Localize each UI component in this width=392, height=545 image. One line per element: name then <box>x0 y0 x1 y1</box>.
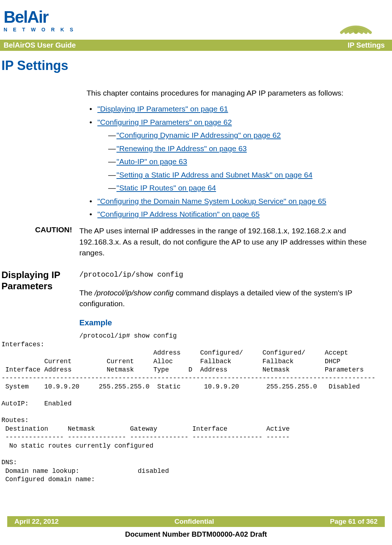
example-heading: Example <box>79 317 381 329</box>
brand-name: BelAir <box>4 7 75 27</box>
section-row: Displaying IP Parameters /protocol/ip/sh… <box>0 269 381 329</box>
section-body: /protocol/ip/show config The /protocol/i… <box>79 269 381 329</box>
toc-sublist: "Configuring Dynamic IP Addressing" on p… <box>97 130 378 193</box>
intro-text: This chapter contains procedures for man… <box>87 88 378 98</box>
chapter-title: IP Settings <box>0 58 392 73</box>
header-logo-row: BelAir N E T W O R K S <box>0 7 392 36</box>
footer-bar: April 22, 2012 Confidential Page 61 of 3… <box>7 516 385 527</box>
header-right: IP Settings <box>348 41 385 49</box>
header-left: BelAirOS User Guide <box>4 41 76 49</box>
header-bar: BelAirOS User Guide IP Settings <box>0 40 392 51</box>
toc-sublink-4[interactable]: "Setting a Static IP Address and Subnet … <box>116 171 312 179</box>
toc-sublink-5[interactable]: "Static IP Routes" on page 64 <box>116 184 216 192</box>
command-line: /protocol/ip/show config <box>79 269 381 280</box>
toc-sublink-1[interactable]: "Configuring Dynamic IP Addressing" on p… <box>116 131 281 139</box>
caution-block: CAUTION! The AP uses internal IP address… <box>0 225 381 258</box>
toc-link-2[interactable]: "Configuring IP Parameters" on page 62 <box>97 118 232 126</box>
wifi-icon <box>334 7 378 36</box>
toc-link-1[interactable]: "Displaying IP Parameters" on page 61 <box>97 105 228 113</box>
toc-sublink-3[interactable]: "Auto-IP" on page 63 <box>116 157 187 166</box>
brand-sub: N E T W O R K S <box>4 27 75 32</box>
footer-right: Page 61 of 362 <box>330 518 378 526</box>
caution-label: CAUTION! <box>0 225 79 234</box>
toc-link-4[interactable]: "Configuring IP Address Notification" on… <box>97 210 260 218</box>
document-page: BelAir N E T W O R K S BelAirOS User Gui… <box>0 0 392 545</box>
svg-point-0 <box>354 30 358 34</box>
caution-text: The AP uses internal IP addresses in the… <box>79 225 381 258</box>
footer-center: Confidential <box>175 518 214 526</box>
toc-list: "Displaying IP Parameters" on page 61 "C… <box>87 104 378 220</box>
document-number: Document Number BDTM00000-A02 Draft <box>0 530 392 539</box>
footer-left: April 22, 2012 <box>14 518 59 526</box>
content-body: This chapter contains procedures for man… <box>0 88 392 220</box>
terminal-output: /protocol/ip# show config Interfaces: Ad… <box>1 332 392 484</box>
brand-logo: BelAir N E T W O R K S <box>4 7 75 32</box>
section-desc: The /protocol/ip/show config command dis… <box>79 287 381 309</box>
section-heading: Displaying IP Parameters <box>0 269 79 292</box>
toc-link-3[interactable]: "Configuring the Domain Name System Look… <box>97 197 326 205</box>
toc-sublink-2[interactable]: "Renewing the IP Address" on page 63 <box>116 144 247 153</box>
